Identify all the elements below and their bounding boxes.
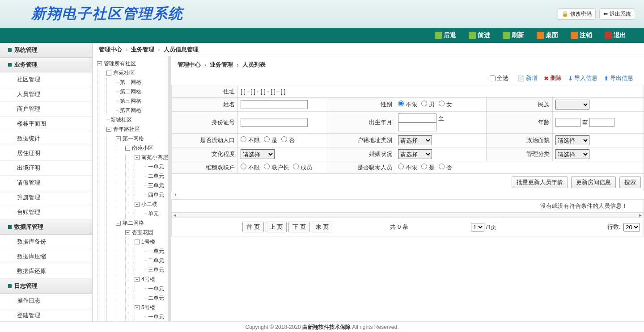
nav-cat-system[interactable]: 系统管理 <box>0 43 92 58</box>
pager-last[interactable]: 末 页 <box>312 222 333 232</box>
tree-leaf[interactable]: 二单元 <box>148 257 164 264</box>
float-any[interactable]: 不限 <box>241 137 260 143</box>
tree-leaf[interactable]: 四单元 <box>148 192 164 198</box>
tree-leaf[interactable]: 一单元 <box>148 314 164 320</box>
rows-select[interactable]: 20 <box>623 223 640 231</box>
drug-any[interactable]: 不限 <box>398 164 417 171</box>
tree-node[interactable]: 东苑社区 <box>113 70 135 76</box>
ww-any[interactable]: 不限 <box>241 164 260 171</box>
tree-node[interactable]: 青年路社区 <box>113 126 140 132</box>
refresh-button[interactable]: 刷新 <box>503 31 524 39</box>
update-room-button[interactable]: 更新房间信息 <box>571 177 616 188</box>
tree-node[interactable]: 小二楼 <box>141 201 157 207</box>
tree-node[interactable]: 第二网格 <box>120 88 141 95</box>
mgmt-select[interactable]: 请选择 <box>555 149 589 159</box>
sbc-0[interactable]: 管理中心 <box>178 61 201 69</box>
drug-no[interactable]: 否 <box>439 164 452 171</box>
tree-leaf[interactable]: 三单元 <box>148 267 164 273</box>
change-password-button[interactable]: 🔒 修改密码 <box>558 8 596 20</box>
float-no[interactable]: 否 <box>281 137 295 143</box>
nav-cat-log[interactable]: 日志管理 <box>0 279 92 294</box>
nav-item-loginlog[interactable]: 登陆管理 <box>0 308 92 321</box>
desktop-button[interactable]: 桌面 <box>537 31 558 39</box>
tree-toggle[interactable]: − <box>125 146 130 151</box>
tree-toggle[interactable]: − <box>135 240 140 244</box>
nav-cat-business[interactable]: 业务管理 <box>0 58 92 72</box>
pager-prev[interactable]: 上 页 <box>266 222 287 232</box>
tree-toggle[interactable]: − <box>116 136 121 141</box>
batch-age-button[interactable]: 批量更新人员年龄 <box>512 177 568 188</box>
tree-leaf[interactable]: 二单元 <box>148 295 164 301</box>
ww-member[interactable]: 成员 <box>293 164 312 171</box>
ethnic-select[interactable] <box>555 100 589 109</box>
tree-toggle[interactable]: − <box>106 127 111 132</box>
gender-f[interactable]: 女 <box>439 101 452 108</box>
float-yes[interactable]: 是 <box>264 137 277 143</box>
tree-node[interactable]: 5号楼 <box>141 304 155 311</box>
gender-any[interactable]: 不限 <box>398 101 417 108</box>
tree-leaf[interactable]: 二单元 <box>148 173 164 179</box>
tree-toggle[interactable]: − <box>135 202 140 207</box>
search-button[interactable]: 搜索 <box>619 177 641 188</box>
nav-item-stats[interactable]: 数据统计 <box>0 131 92 146</box>
tree-toggle[interactable]: − <box>106 71 111 76</box>
gender-m[interactable]: 男 <box>421 101 435 108</box>
nav-cat-db[interactable]: 数据库管理 <box>0 220 92 235</box>
tree-toggle[interactable]: − <box>135 277 140 282</box>
tree-leaf[interactable]: 单元 <box>148 210 159 217</box>
pager-first[interactable]: 首 页 <box>242 222 264 232</box>
name-input[interactable] <box>241 100 308 109</box>
tree-leaf[interactable]: 一单元 <box>148 164 164 170</box>
tree-node[interactable]: 第二网格 <box>123 220 144 226</box>
community-tree[interactable]: −管理所有社区 −东苑社区 ┈第一网格 ┈第二网格 ┈第三网格 ┈第四网格 ┈新… <box>93 56 171 321</box>
tree-node[interactable]: 杏宝花园 <box>132 229 153 235</box>
tree-toggle[interactable]: − <box>135 305 140 310</box>
select-all[interactable]: 全选 <box>490 74 508 82</box>
nav-item-leave[interactable]: 请假管理 <box>0 176 92 190</box>
tree-leaf[interactable]: 一单元 <box>148 248 164 254</box>
nav-item-flag[interactable]: 升旗管理 <box>0 190 92 205</box>
nav-item-merchant[interactable]: 商户管理 <box>0 102 92 117</box>
ww-head[interactable]: 联户长 <box>264 164 289 171</box>
edu-select[interactable]: 请选择 <box>241 149 275 159</box>
nav-item-floorplan[interactable]: 楼栋平面图 <box>0 117 92 131</box>
tree-node[interactable]: 第四网格 <box>120 107 141 113</box>
delete-button[interactable]: ✖删除 <box>544 74 562 82</box>
horizontal-scrollbar[interactable] <box>171 213 644 218</box>
tree-toggle[interactable]: − <box>135 155 140 160</box>
birth-from-input[interactable] <box>398 113 436 122</box>
tree-leaf[interactable]: 三单元 <box>148 182 164 189</box>
id-input[interactable] <box>241 118 308 127</box>
tree-leaf[interactable]: 一单元 <box>148 286 164 292</box>
page-select[interactable]: 1 <box>471 223 484 231</box>
tree-node[interactable]: 4号楼 <box>141 276 155 282</box>
bc-0[interactable]: 管理中心 <box>99 46 122 54</box>
back-button[interactable]: 后退 <box>435 31 456 39</box>
logout-button[interactable]: 注销 <box>571 31 592 39</box>
tree-node[interactable]: 新城社区 <box>110 117 132 123</box>
nav-item-db-compress[interactable]: 数据库压缩 <box>0 249 92 264</box>
exit-button[interactable]: 退出 <box>605 31 626 39</box>
tree-toggle[interactable]: − <box>116 221 121 226</box>
forward-button[interactable]: 前进 <box>469 31 490 39</box>
tree-toggle[interactable]: − <box>97 61 102 66</box>
tree-node[interactable]: 1号楼 <box>141 239 155 245</box>
nav-item-oplog[interactable]: 操作日志 <box>0 294 92 308</box>
select-all-checkbox[interactable] <box>490 76 496 81</box>
import-button[interactable]: ⬇导入信息 <box>568 74 597 82</box>
birth-to-input[interactable] <box>398 122 436 131</box>
age-to-input[interactable] <box>589 118 614 127</box>
tree-root[interactable]: 管理所有社区 <box>104 60 136 67</box>
nav-item-db-backup[interactable]: 数据库备份 <box>0 235 92 249</box>
regtype-select[interactable]: 请选择 <box>398 135 432 145</box>
export-button[interactable]: ⬆导出信息 <box>604 74 633 82</box>
sbc-1[interactable]: 业务管理 <box>210 61 233 69</box>
drug-yes[interactable]: 是 <box>421 164 435 171</box>
tree-node[interactable]: 第一网格 <box>120 79 141 85</box>
pager-next[interactable]: 下 页 <box>288 222 310 232</box>
political-select[interactable]: 请选择 <box>555 135 589 145</box>
logout-system-button[interactable]: ⬅ 退出系统 <box>599 8 635 20</box>
tree-node[interactable]: 南苑小高层 <box>141 154 168 160</box>
nav-item-person[interactable]: 人员管理 <box>0 87 92 102</box>
marital-select[interactable]: 请选择 <box>398 149 432 159</box>
